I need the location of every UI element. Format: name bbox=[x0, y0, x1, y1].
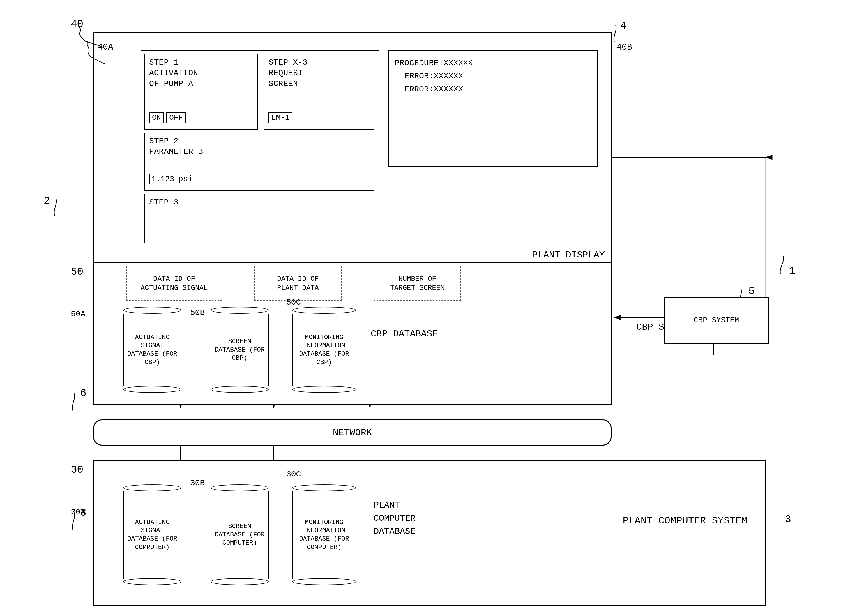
cbp-system-box: CBP SYSTEM bbox=[664, 297, 769, 344]
cyl-body-actuating-computer: ACTUATING SIGNAL DATABASE (FOR COMPUTER) bbox=[123, 491, 181, 579]
network-label: NETWORK bbox=[333, 427, 372, 438]
value-field[interactable]: 1.123 bbox=[149, 174, 176, 184]
cbp-system-inner-label: CBP SYSTEM bbox=[665, 298, 768, 343]
ref-50a: 50A bbox=[71, 310, 85, 319]
ref-30b: 30B bbox=[190, 479, 205, 487]
step-x3-box: STEP X-3 REQUEST SCREEN EM-1 bbox=[264, 54, 374, 130]
cyl-bottom-monitoring-computer bbox=[292, 578, 356, 585]
step1-buttons: ON OFF bbox=[149, 112, 186, 123]
plant-computer-box: 3 30 30A ACTUATING SIGNAL DATABASE (FOR … bbox=[93, 460, 766, 606]
ref-50b: 50B bbox=[190, 308, 205, 317]
cyl-body-monitoring-computer: MONITORING INFORMATION DATABASE (FOR COM… bbox=[292, 491, 356, 579]
ref-40b: 40B bbox=[616, 42, 632, 52]
btn-on[interactable]: ON bbox=[149, 112, 164, 123]
cyl-top-monitoring-cbp bbox=[292, 307, 356, 314]
ref-6: 6 bbox=[80, 387, 86, 399]
network-box: NETWORK bbox=[93, 420, 611, 446]
cyl-bottom-monitoring-cbp bbox=[292, 386, 356, 393]
ref-2: 2 bbox=[44, 195, 50, 207]
cyl-body-screen-computer: SCREEN DATABASE (FOR COMPUTER) bbox=[211, 491, 269, 579]
step-x3-button: EM-1 bbox=[269, 112, 292, 123]
step2-box: STEP 2 PARAMETER B 1.123 psi bbox=[144, 132, 374, 191]
number-target-label: NUMBER OF TARGET SCREEN bbox=[390, 274, 445, 292]
unit-label: psi bbox=[178, 174, 193, 184]
ref-30: 30 bbox=[71, 464, 83, 476]
step1-label: STEP 1 ACTIVATION OF PUMP A bbox=[149, 57, 198, 89]
cyl-top-monitoring-computer bbox=[292, 484, 356, 491]
db-screen-cbp: SCREEN DATABASE (FOR CBP) bbox=[211, 307, 269, 393]
dashed-plant-data: DATA ID OF PLANT DATA bbox=[254, 266, 342, 301]
step3-label: STEP 3 bbox=[149, 197, 179, 207]
plant-computer-database-label: PLANT COMPUTER DATABASE bbox=[374, 499, 416, 538]
ref-4: 4 bbox=[620, 20, 627, 32]
db-screen-computer: SCREEN DATABASE (FOR COMPUTER) bbox=[211, 484, 269, 585]
data-id-actuating-label: DATA ID OF ACTUATING SIGNAL bbox=[141, 274, 207, 292]
cyl-body-monitoring-cbp: MONITORING INFORMATION DATABASE (FOR CBP… bbox=[292, 314, 356, 387]
cyl-top-screen-cbp bbox=[211, 307, 269, 314]
procedure-label: PROCEDURE:XXXXXX ERROR:XXXXXX ERROR:XXXX… bbox=[394, 57, 473, 96]
plant-display-label: PLANT DISPLAY bbox=[532, 249, 605, 261]
cbp-database-label: CBP DATABASE bbox=[371, 327, 438, 341]
cyl-body-screen-cbp: SCREEN DATABASE (FOR CBP) bbox=[211, 314, 269, 387]
cyl-bottom-screen-cbp bbox=[211, 386, 269, 393]
cyl-top-actuating-cbp bbox=[123, 307, 181, 314]
box-40a: 40A STEP 1 ACTIVATION OF PUMP A ON OFF S… bbox=[141, 50, 379, 248]
cyl-top-actuating-computer bbox=[123, 484, 181, 491]
diagram-container: 1 2 3 4 5 6 40 PLANT DISPLAY 40A STEP 1 … bbox=[35, 12, 821, 606]
ref-30c: 30C bbox=[286, 470, 301, 479]
step2-input-area: 1.123 psi bbox=[149, 174, 193, 184]
plant-display-box: 40 PLANT DISPLAY 40A STEP 1 ACTIVATION O… bbox=[93, 32, 611, 265]
cyl-bottom-actuating-computer bbox=[123, 578, 181, 585]
db-monitoring-computer: MONITORING INFORMATION DATABASE (FOR COM… bbox=[292, 484, 356, 585]
ref-50: 50 bbox=[71, 266, 83, 278]
dashed-target-screen: NUMBER OF TARGET SCREEN bbox=[374, 266, 461, 301]
db-actuating-cbp: ACTUATING SIGNAL DATABASE (FOR CBP) bbox=[123, 307, 181, 393]
db-monitoring-cbp: MONITORING INFORMATION DATABASE (FOR CBP… bbox=[292, 307, 356, 393]
btn-em1[interactable]: EM-1 bbox=[269, 112, 292, 123]
step-x3-label: STEP X-3 REQUEST SCREEN bbox=[269, 57, 308, 89]
cyl-body-actuating-cbp: ACTUATING SIGNAL DATABASE (FOR CBP) bbox=[123, 314, 181, 387]
ref-5: 5 bbox=[748, 285, 755, 297]
ref-30a: 30A bbox=[71, 508, 85, 517]
btn-off[interactable]: OFF bbox=[166, 112, 186, 123]
cyl-bottom-actuating-cbp bbox=[123, 386, 181, 393]
step2-label: STEP 2 PARAMETER B bbox=[149, 136, 203, 157]
db-actuating-computer: ACTUATING SIGNAL DATABASE (FOR COMPUTER) bbox=[123, 484, 181, 585]
ref-50c: 50C bbox=[286, 298, 301, 307]
ref-1: 1 bbox=[789, 265, 796, 277]
step3-box: STEP 3 bbox=[144, 194, 374, 243]
box-40b: 40B PROCEDURE:XXXXXX ERROR:XXXXXX ERROR:… bbox=[388, 50, 598, 167]
step1-box: STEP 1 ACTIVATION OF PUMP A ON OFF bbox=[144, 54, 258, 130]
dashed-actuating: DATA ID OF ACTUATING SIGNAL bbox=[126, 266, 222, 301]
data-id-plant-label: DATA ID OF PLANT DATA bbox=[277, 274, 319, 292]
cbp-database-box: 50 DATA ID OF ACTUATING SIGNAL DATA ID O… bbox=[93, 262, 611, 405]
plant-computer-system-label: PLANT COMPUTER SYSTEM bbox=[623, 514, 748, 528]
cyl-bottom-screen-computer bbox=[211, 578, 269, 585]
cyl-top-screen-computer bbox=[211, 484, 269, 491]
ref-3-label: 3 bbox=[785, 514, 791, 525]
